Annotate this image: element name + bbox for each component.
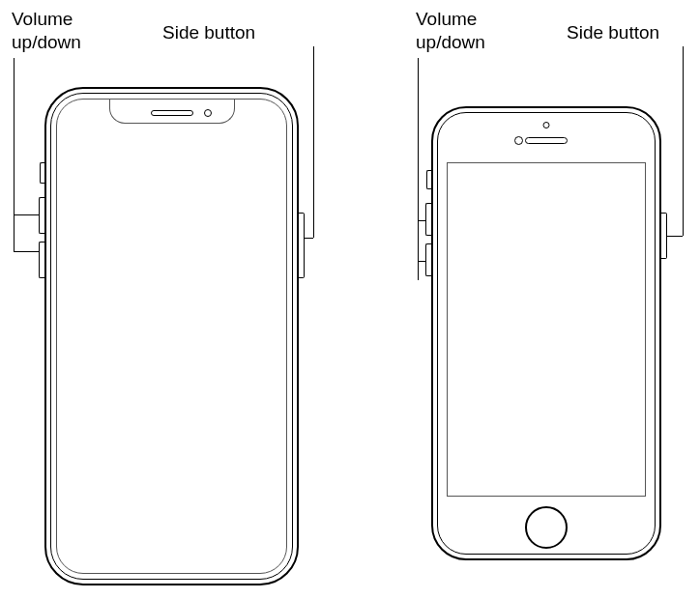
label-volume-right: Volume up/down	[416, 8, 485, 54]
label-volume-left: Volume up/down	[12, 8, 81, 54]
label-side-right: Side button	[567, 21, 659, 44]
home-button-icon	[525, 506, 568, 549]
mute-switch-icon	[40, 162, 44, 184]
callout-side-left	[313, 46, 314, 238]
label-side-left: Side button	[162, 21, 255, 44]
callout-volume-right	[418, 58, 419, 280]
callout-volume-left	[14, 58, 15, 251]
volume-down-button-icon	[39, 242, 44, 278]
phone-screen	[447, 162, 646, 497]
mute-switch-icon	[426, 170, 431, 189]
iphone-homebutton-illustration	[431, 106, 661, 560]
volume-up-button-icon	[425, 203, 431, 236]
callout-side-right-tick	[667, 236, 683, 237]
diagram-stage: Volume up/down Side button Volume up/dow…	[0, 0, 700, 599]
callout-side-left-tick	[304, 238, 313, 239]
phone-screen	[56, 99, 287, 574]
side-button-icon	[661, 213, 667, 259]
callout-volume-left-tick-upper	[14, 214, 39, 215]
earpiece-speaker	[151, 110, 193, 116]
front-camera-icon	[204, 109, 212, 117]
callout-side-right	[683, 46, 684, 236]
volume-up-button-icon	[39, 197, 44, 234]
volume-down-button-icon	[425, 243, 431, 276]
front-camera-icon	[514, 136, 523, 145]
callout-volume-left-tick-lower	[14, 251, 39, 252]
side-button-icon	[299, 213, 305, 278]
iphone-faceid-illustration	[44, 87, 299, 585]
top-sensor-icon	[543, 122, 550, 128]
earpiece-speaker	[525, 137, 568, 144]
